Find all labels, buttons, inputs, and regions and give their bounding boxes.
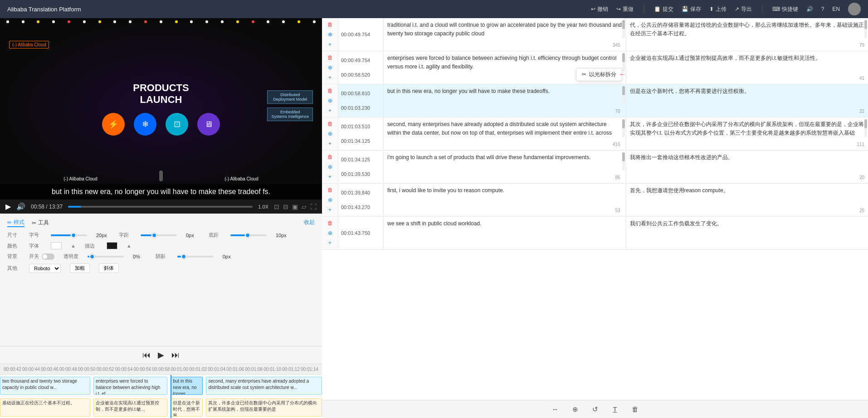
tab-tool[interactable]: ✂ 工具 [32,219,49,227]
timeline-clip-4-en[interactable]: second, many enterprises have already ad… [206,377,322,395]
upload-button[interactable]: ⬆ 上传 [709,5,727,13]
next-frame-button[interactable]: ⏭ [171,350,180,360]
save-button[interactable]: 💾 保存 [682,5,701,13]
italic-button[interactable]: 斜体 [99,263,119,273]
export-button[interactable]: ↗ 导出 [735,5,752,13]
row-actions: 🗑 ⊕ + [322,51,338,84]
progress-fill [68,206,81,208]
speed-label[interactable]: 1.0X [258,204,268,209]
view-icon-4[interactable]: ▱ [302,203,307,210]
transparency-slider[interactable] [88,256,124,258]
stage-bottom-logos: (-) Alibaba Cloud (-) Alibaba Cloud [0,176,322,181]
copy-icon[interactable]: ⊕ [326,129,335,138]
split-tooltip[interactable]: ✂ 以光标拆分 ← [576,68,622,81]
timeline-clip-1-en[interactable]: two thousand and twenty two storage capa… [0,377,90,395]
add-below-icon[interactable]: + [326,73,335,82]
font-color-picker[interactable]: ▲ [71,243,76,248]
light-dot [144,20,147,23]
audio-button[interactable]: 🔊 [806,6,813,12]
timeline-clip-1-cn[interactable]: 基础设施正在经历三个基本不过程。 [0,399,90,417]
source-text[interactable]: but in this new era, no longer you will … [384,84,626,117]
target-text[interactable]: 代，公共云的存储容量将超过传统的企业数据中心，那么云将继续加速增长。多年来，基础… [626,18,868,51]
add-below-icon[interactable]: + [326,40,335,49]
merge-icon[interactable]: ⊕ [569,403,581,416]
shadow-slider[interactable] [177,256,214,258]
copy-icon[interactable]: ⊕ [326,195,335,204]
font-color-swatch[interactable] [51,242,62,249]
play-pause-button[interactable]: ▶ [158,350,164,360]
refresh-icon[interactable]: ↺ [589,403,601,416]
target-text[interactable]: 我将推出一套推动这些根本性改进的产品。 20 [626,151,868,183]
delete-icon[interactable]: 🗑 [326,20,335,29]
target-text[interactable]: 其次，许多企业已经在数据中心内采用了分布式的横向扩展系统架构，但现在最重要的是，… [626,117,868,150]
add-below-icon[interactable]: + [326,238,335,248]
add-below-icon[interactable]: + [326,172,335,181]
timeline-clip-4-cn[interactable]: 其次，许多企业已经在数据中心内采用了分布式的横向扩展系统架构，但现在最重要的是 [206,399,322,417]
timeline-clip-2-cn[interactable]: 企业被迫在实现高i.t.通过预算控制，而不是更多的i.t.敏... [93,399,167,417]
copy-icon[interactable]: ⊕ [326,30,335,39]
timeline-clip-3-cn[interactable]: 但是在这个新时代，您将不再... [171,399,203,417]
submit-button[interactable]: 📋 提交 [654,5,673,13]
tab-style[interactable]: ✏ 样式 [7,219,24,227]
source-text[interactable]: we see a shift in public cloud workload. [384,217,626,249]
left-panel: (-) Alibaba Cloud PRODUCTS LAUNCH ⚡ ❄ ⊡ … [0,18,322,418]
delete-icon[interactable]: 🗑 [326,119,335,128]
alibaba-cloud-badge: (-) Alibaba Cloud [9,41,49,49]
tick-label: 00:01:12 [282,367,300,372]
delete-icon[interactable]: 🗑 [326,53,335,62]
stroke-color-swatch[interactable] [107,242,117,249]
progress-bar[interactable] [68,206,253,208]
trash-icon[interactable]: 🗑 [629,403,641,416]
lang-button[interactable]: EN [832,6,840,12]
underline-icon[interactable]: T [609,403,621,416]
copy-icon[interactable]: ⊕ [326,96,335,105]
add-below-icon[interactable]: + [326,106,335,115]
add-below-icon[interactable]: + [326,139,335,148]
source-text[interactable]: enterprises were forced to balance betwe… [384,51,626,84]
font-size-slider[interactable] [51,234,87,236]
delete-icon[interactable]: 🗑 [326,86,335,95]
delete-icon[interactable]: 🗑 [326,219,335,228]
timeline-clip-2-en[interactable]: enterprises were forced to balance betwe… [93,377,167,395]
delete-icon[interactable]: 🗑 [326,152,335,161]
delete-icon[interactable]: 🗑 [326,185,335,194]
light-dot [282,20,285,23]
help-button[interactable]: ? [821,6,824,12]
source-text[interactable]: first, i would like to invite you to rea… [384,184,626,216]
undo-button[interactable]: ↩ 撤销 [591,5,608,13]
char-spacing-slider[interactable] [141,234,177,236]
copy-icon[interactable]: ⊕ [326,228,335,238]
view-icon-3[interactable]: ▣ [292,203,298,210]
prev-frame-button[interactable]: ⏮ [142,350,151,360]
source-text[interactable]: i'm going to launch a set of products th… [384,151,626,183]
scrollbar [622,119,625,137]
user-avatar[interactable] [848,3,861,15]
video-stage: (-) Alibaba Cloud PRODUCTS LAUNCH ⚡ ❄ ⊡ … [0,18,322,199]
table-row: 🗑 ⊕ + 00:00:49.754 00:00:58.520 enterpri… [322,51,868,84]
bg-toggle-btn[interactable] [42,253,54,260]
source-text[interactable]: traditional i.t. and a cloud will contin… [384,18,626,51]
play-button[interactable]: ▶ [5,202,11,211]
copy-icon[interactable]: ⊕ [326,63,335,72]
redo-button[interactable]: ↪ 重做 [616,5,634,13]
view-icon-2[interactable]: ⊟ [283,203,288,210]
fullscreen-icon[interactable]: ⛶ [310,203,317,210]
copy-icon[interactable]: ⊕ [326,162,335,171]
target-text[interactable]: 但是在这个新时代，您将不再需要进行这些权衡。 22 [626,84,868,117]
bg-row: 背景 开关 透明度 0% 阴影 0px [7,253,315,260]
volume-button[interactable]: 🔊 [16,202,25,211]
baseline-slider[interactable] [230,234,267,236]
view-icon-1[interactable]: ⊡ [274,203,279,210]
source-text[interactable]: second, many enterprises have already ad… [384,117,626,150]
collapse-link[interactable]: 收起 [304,219,315,227]
align-icon[interactable]: ↔ [549,403,561,416]
font-select[interactable]: Roboto [29,264,61,273]
target-text[interactable]: 我们看到公共云工作负载发生了变化。 [626,217,868,249]
stroke-color-picker[interactable]: ▲ [127,243,132,248]
target-text[interactable]: 首先，我想邀请您使用reason compute。 25 [626,184,868,216]
timeline-clip-3-en[interactable]: but in this new era, no longer ... [171,377,203,395]
target-text[interactable]: 企业被迫在实现高i.t.通过预算控制提高效率，而不是更多的i.t.敏捷性和灵活性… [626,51,868,84]
bold-button[interactable]: 加粗 [70,263,90,273]
add-below-icon[interactable]: + [326,205,335,214]
shortcut-button[interactable]: ⌨ 快捷键 [772,5,798,13]
